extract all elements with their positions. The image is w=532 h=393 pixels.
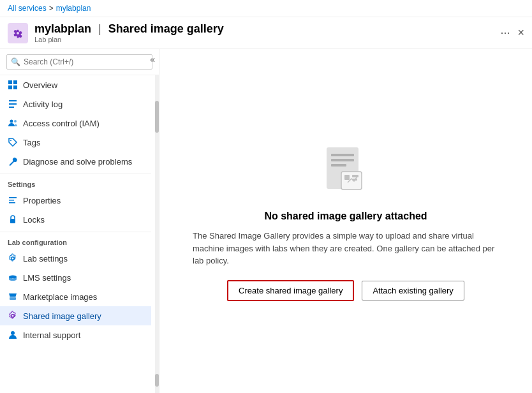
svg-rect-20 (331, 159, 354, 161)
sidebar-item-lms-settings[interactable]: LMS settings (0, 268, 151, 287)
sidebar-item-label: Access control (IAM) (23, 119, 100, 128)
sidebar: 🔍 Overview Activity log (0, 49, 159, 393)
svg-rect-22 (341, 172, 362, 189)
sidebar-search: 🔍 (0, 49, 159, 75)
sidebar-item-internal-support[interactable]: Internal support (0, 325, 151, 345)
svg-rect-5 (9, 100, 17, 101)
tag-icon (8, 137, 18, 147)
page-subtitle: Lab plan (34, 36, 500, 43)
sidebar-item-label: Marketplace images (23, 292, 97, 302)
attach-gallery-button[interactable]: Attach existing gallery (362, 281, 464, 300)
resource-icon (8, 23, 28, 43)
svg-rect-16 (10, 297, 16, 300)
gear-purple-icon (8, 311, 18, 321)
sidebar-item-shared-image-gallery[interactable]: Shared image gallery (0, 306, 151, 325)
sidebar-item-label: Locks (23, 215, 45, 225)
svg-rect-12 (9, 200, 14, 201)
properties-icon (8, 195, 18, 205)
svg-rect-2 (13, 80, 17, 84)
sidebar-item-label: Properties (23, 196, 61, 205)
sidebar-item-locks[interactable]: Locks (0, 210, 151, 229)
gear-icon (8, 253, 18, 263)
sidebar-item-overview[interactable]: Overview (0, 75, 151, 94)
svg-rect-1 (8, 80, 12, 84)
svg-rect-6 (9, 103, 17, 105)
empty-state: No shared image gallery attached The Sha… (193, 141, 499, 301)
wrench-icon (8, 156, 18, 167)
main-layout: 🔍 Overview Activity log (0, 49, 532, 393)
lab-config-section-label: Lab configuration (0, 232, 151, 249)
empty-state-actions: Create shared image gallery Attach exist… (227, 280, 464, 301)
sidebar-item-label: Activity log (23, 100, 63, 109)
empty-state-description: The Shared Image Gallery provides a simp… (193, 230, 499, 267)
main-content: No shared image gallery attached The Sha… (159, 49, 532, 393)
sidebar-item-label: Tags (23, 138, 40, 147)
create-gallery-button[interactable]: Create shared image gallery (227, 280, 354, 301)
header-titles: mylabplan | Shared image gallery Lab pla… (34, 22, 500, 43)
mylabplan-link[interactable]: mylabplan (56, 4, 91, 13)
page-title: mylabplan | Shared image gallery (34, 22, 500, 36)
all-services-link[interactable]: All services (8, 4, 47, 13)
breadcrumb: All services > mylabplan (0, 0, 532, 17)
sidebar-item-marketplace-images[interactable]: Marketplace images (0, 287, 151, 306)
sidebar-item-properties[interactable]: Properties (0, 191, 151, 210)
lock-icon (8, 214, 18, 225)
people-icon (8, 118, 18, 128)
sidebar-item-label: LMS settings (23, 273, 71, 283)
svg-rect-23 (344, 175, 350, 180)
settings-section-label: Settings (0, 174, 151, 191)
sidebar-item-diagnose[interactable]: Diagnose and solve problems (0, 152, 151, 171)
sidebar-nav: Overview Activity log Access control (IA… (0, 75, 155, 393)
svg-rect-14 (10, 219, 15, 223)
svg-rect-7 (9, 107, 14, 108)
svg-rect-24 (352, 175, 358, 177)
grid-icon (8, 80, 18, 90)
more-options-button[interactable]: ··· (500, 26, 510, 40)
store-icon (8, 292, 18, 302)
empty-state-icon (317, 141, 374, 200)
header-actions: ··· × (500, 26, 524, 40)
svg-rect-19 (331, 154, 354, 156)
svg-point-10 (10, 140, 11, 141)
empty-state-title: No shared image gallery attached (264, 211, 427, 222)
sidebar-item-lab-settings[interactable]: Lab settings (0, 249, 151, 268)
svg-point-9 (14, 120, 17, 122)
sidebar-item-label: Internal support (23, 330, 80, 340)
close-button[interactable]: × (517, 26, 524, 40)
svg-point-8 (10, 120, 13, 123)
sidebar-item-access-control[interactable]: Access control (IAM) (0, 114, 151, 133)
sidebar-item-tags[interactable]: Tags (0, 133, 151, 152)
search-input[interactable] (6, 54, 152, 70)
svg-rect-3 (8, 85, 12, 89)
page-header: mylabplan | Shared image gallery Lab pla… (0, 17, 532, 49)
svg-rect-0 (8, 23, 28, 43)
breadcrumb-separator: > (49, 4, 54, 13)
svg-rect-13 (9, 202, 15, 204)
sidebar-item-label: Lab settings (23, 254, 68, 263)
list-icon (8, 99, 18, 109)
sidebar-collapse-button[interactable]: « (150, 54, 155, 64)
svg-rect-11 (9, 197, 17, 198)
content-inner: No shared image gallery attached The Sha… (159, 49, 532, 393)
sidebar-item-label: Diagnose and solve problems (23, 157, 132, 167)
svg-point-17 (11, 331, 15, 335)
hat-icon (8, 272, 18, 283)
person-icon (8, 330, 18, 340)
sidebar-item-activity-log[interactable]: Activity log (0, 94, 151, 114)
svg-rect-21 (331, 164, 346, 167)
search-icon: 🔍 (11, 57, 20, 66)
svg-rect-4 (13, 85, 17, 89)
sidebar-item-label: Shared image gallery (23, 311, 101, 321)
sidebar-item-label: Overview (23, 80, 57, 90)
